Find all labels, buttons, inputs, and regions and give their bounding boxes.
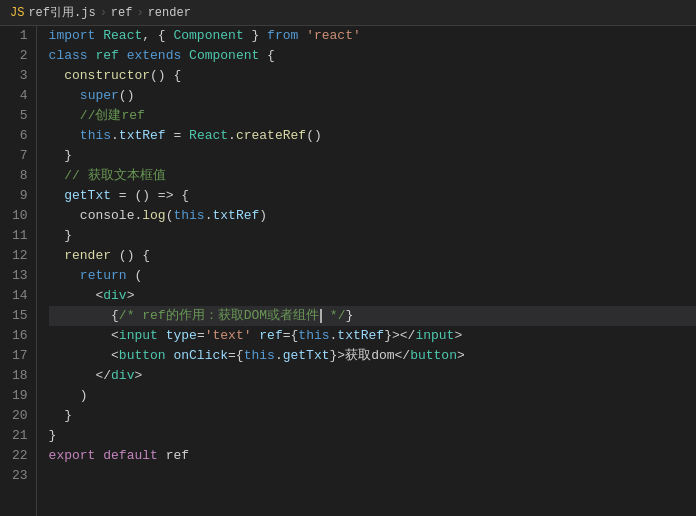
code-content[interactable]: import React, { Component } from 'react'…	[37, 26, 696, 516]
code-line-9: // 获取文本框值	[49, 166, 696, 186]
breadcrumb-sep2: ›	[136, 6, 143, 20]
code-line-3: constructor() {	[49, 66, 696, 86]
code-line-21: }	[49, 406, 696, 426]
code-line-4: super()	[49, 86, 696, 106]
code-line-22: }	[49, 426, 696, 446]
code-line-2: class ref extends Component {	[49, 46, 696, 66]
code-line-16: {/* ref的作用：获取DOM或者组件 */}	[49, 306, 696, 326]
code-line-23: export default ref	[49, 446, 696, 466]
code-line-19: </div>	[49, 366, 696, 386]
breadcrumb-render: render	[148, 6, 191, 20]
breadcrumb-ref: ref	[111, 6, 133, 20]
code-line-11: console.log(this.txtRef)	[49, 206, 696, 226]
code-line-5: //创建ref	[49, 106, 696, 126]
code-area: 1 2 3 4 5 6 7 8 9 10 11 12 13 14 15 16 1…	[0, 26, 696, 516]
code-line-14: return (	[49, 266, 696, 286]
code-line-20: )	[49, 386, 696, 406]
breadcrumb: JS ref引用.js › ref › render	[0, 0, 696, 26]
code-line-15: <div>	[49, 286, 696, 306]
breadcrumb-js-icon: JS	[10, 6, 24, 20]
code-line-18: <button onClick={this.getTxt}>获取dom</but…	[49, 346, 696, 366]
code-line-17: <input type='text' ref={this.txtRef}></i…	[49, 326, 696, 346]
code-line-13: render () {	[49, 246, 696, 266]
code-line-7: this.txtRef = React.createRef()	[49, 126, 696, 146]
breadcrumb-file: ref引用.js	[28, 4, 95, 21]
code-line-1: import React, { Component } from 'react'	[49, 26, 696, 46]
code-line-10: getTxt = () => {	[49, 186, 696, 206]
code-line-8: }	[49, 146, 696, 166]
code-line-12: }	[49, 226, 696, 246]
breadcrumb-sep1: ›	[100, 6, 107, 20]
line-numbers: 1 2 3 4 5 6 7 8 9 10 11 12 13 14 15 16 1…	[0, 26, 37, 516]
editor-container: JS ref引用.js › ref › render 1 2 3 4 5 6 7…	[0, 0, 696, 516]
